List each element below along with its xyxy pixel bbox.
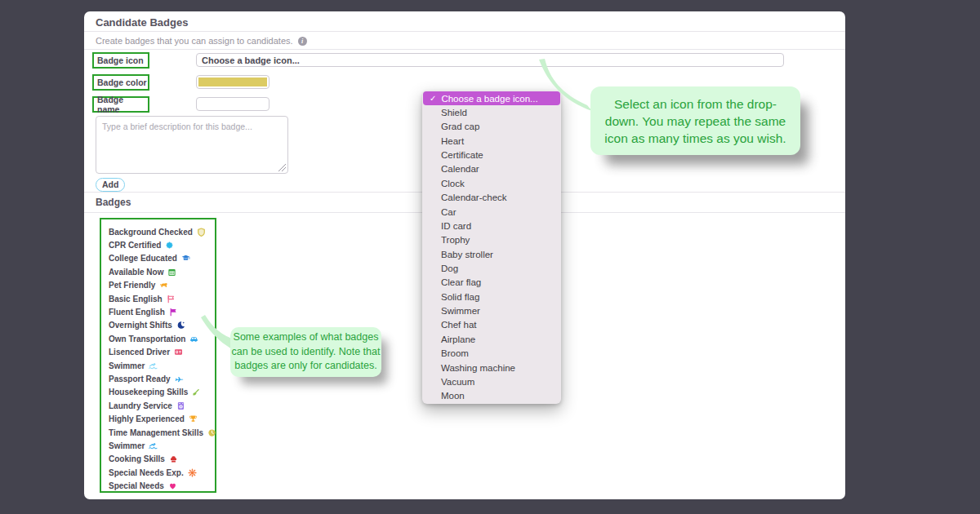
callout-text-line: down. You may repeat the same: [590, 113, 800, 130]
dropdown-option[interactable]: Clear flag: [423, 276, 560, 290]
dropdown-option[interactable]: Solid flag: [423, 290, 560, 304]
dropdown-option[interactable]: Grad cap: [423, 120, 560, 134]
badge-label: Cooking Skills: [109, 454, 165, 463]
badge-row: Laundry Service: [109, 399, 215, 412]
badge-label: CPR Certified: [109, 241, 161, 250]
dropdown-option[interactable]: Vacuum: [423, 374, 560, 388]
panel-subtitle: Create badges that you can assign to can…: [96, 36, 293, 46]
badge-label: Passport Ready: [109, 374, 171, 383]
dog-icon: [159, 281, 168, 290]
flag-solid-icon: [169, 308, 178, 317]
badge-icon-label: Badge icon: [92, 52, 149, 69]
dropdown-option[interactable]: Certificate: [423, 148, 560, 162]
dropdown-option[interactable]: Swimmer: [423, 304, 560, 317]
badge-label: Housekeeping Skills: [109, 388, 188, 397]
callout-text-line: Select an icon from the drop-: [590, 95, 800, 113]
badge-label: Highly Experienced: [109, 414, 185, 423]
info-icon[interactable]: i: [298, 37, 307, 46]
badge-label: Overnight Shifts: [109, 321, 172, 330]
dropdown-option[interactable]: Shield: [423, 105, 560, 119]
dropdown-option[interactable]: Heart: [423, 134, 560, 148]
badge-row: Own Transportation: [109, 332, 215, 345]
washing-machine-icon: [176, 401, 185, 410]
calendar-icon: [167, 268, 176, 277]
shield-icon: [197, 228, 206, 237]
resize-grip-icon[interactable]: [278, 164, 286, 171]
chef-hat-icon: [169, 454, 178, 463]
badge-name-field-wrap: [196, 97, 270, 111]
check-icon: ✓: [430, 94, 436, 103]
badge-row: Basic English: [109, 292, 215, 305]
dropdown-option[interactable]: Car: [423, 205, 560, 219]
dropdown-option[interactable]: Baby stroller: [423, 247, 560, 261]
badge-row: Special Needs: [109, 479, 215, 492]
badge-color-input[interactable]: [196, 75, 270, 89]
add-button[interactable]: Add: [96, 178, 125, 192]
badge-label: Available Now: [109, 268, 163, 277]
badge-row: Fluent English: [109, 305, 215, 318]
dropdown-option[interactable]: Airplane: [423, 332, 560, 346]
badge-row: Passport Ready: [109, 372, 215, 385]
badge-row: CPR Certified: [109, 238, 215, 251]
moon-star-icon: [176, 321, 185, 330]
badge-label: Special Needs: [109, 481, 164, 490]
color-swatch: [198, 78, 267, 86]
dropdown-option[interactable]: Dog: [423, 261, 560, 275]
badge-label: Pet Friendly: [109, 281, 155, 290]
swimmer-icon: [149, 441, 158, 450]
badge-label: Fluent English: [109, 308, 165, 317]
badge-row: Housekeeping Skills: [109, 386, 215, 399]
badge-name-input[interactable]: [197, 100, 269, 112]
badge-label: Background Checked: [109, 228, 193, 237]
dropdown-option[interactable]: Washing machine: [423, 361, 560, 374]
dropdown-option[interactable]: Trophy: [423, 233, 560, 247]
heart-icon: [168, 481, 177, 490]
badges-section-title: Badges: [96, 197, 131, 208]
divider: [84, 49, 845, 50]
dropdown-selected-label: Choose a badge icon...: [441, 94, 537, 104]
badge-row: Pet Friendly: [109, 279, 215, 292]
badge-label: Own Transportation: [109, 335, 185, 343]
badges-tip-callout: Some examples of what badgescan be used …: [230, 327, 381, 377]
badge-label: Time Management Skills: [109, 428, 203, 437]
badge-row: Time Management Skills: [109, 426, 215, 439]
description-textarea[interactable]: [96, 117, 287, 173]
badge-label: Basic English: [109, 295, 163, 304]
badge-row: Cooking Skills: [109, 453, 215, 466]
badge-label: Swimmer: [109, 361, 145, 370]
badge-label: College Educated: [109, 254, 177, 263]
callout-text-line: badges are only for candidates.: [230, 359, 381, 374]
divider: [84, 31, 845, 32]
badge-row: Special Needs Exp.: [109, 466, 215, 479]
badge-icon-select[interactable]: Choose a badge icon...: [196, 53, 784, 67]
dropdown-option[interactable]: Calendar: [423, 162, 560, 176]
clock-icon: [207, 428, 216, 437]
badge-row: Swimmer: [109, 439, 215, 452]
badge-label: Laundry Service: [109, 401, 172, 410]
badge-label: Lisenced Driver: [109, 348, 170, 357]
dropdown-option[interactable]: Moon: [423, 389, 560, 403]
description-field-wrap: [96, 116, 288, 174]
icon-tip-callout: Select an icon from the drop-down. You m…: [590, 86, 800, 155]
dropdown-option[interactable]: ID card: [423, 219, 560, 233]
dropdown-option[interactable]: Calendar-check: [423, 191, 560, 205]
broom-icon: [192, 388, 201, 397]
badge-row: Swimmer: [109, 359, 215, 372]
callout-text-line: Some examples of what badges: [230, 330, 381, 345]
badge-row: Overnight Shifts: [109, 319, 215, 332]
dropdown-option[interactable]: Clock: [423, 176, 560, 190]
car-icon: [189, 335, 198, 343]
dropdown-option[interactable]: Broom: [423, 346, 560, 360]
badge-icon-dropdown-menu: ✓Choose a badge icon...ShieldGrad capHea…: [422, 91, 561, 404]
callout-text-line: can be used to identify. Note that: [230, 345, 381, 360]
flag-outline-icon: [167, 295, 176, 304]
badge-color-label: Badge color: [92, 74, 149, 91]
dropdown-option[interactable]: Chef hat: [423, 318, 560, 332]
id-card-icon: [174, 348, 183, 357]
badge-row: Lisenced Driver: [109, 346, 215, 359]
sun-icon: [188, 468, 197, 477]
badge-label: Special Needs Exp.: [109, 468, 184, 477]
badge-row: Background Checked: [109, 225, 215, 238]
swimmer-icon: [149, 361, 158, 370]
dropdown-selected-option[interactable]: ✓Choose a badge icon...: [423, 91, 560, 105]
